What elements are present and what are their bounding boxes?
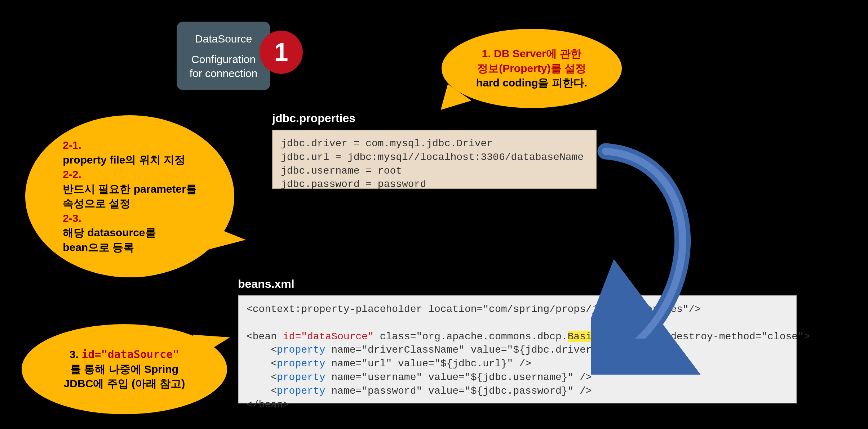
cb-red: id="dataSource" <box>81 348 179 361</box>
callout-db-server: 1. DB Server에 관한 정보(Property)를 설정 hard c… <box>442 29 622 108</box>
cl-h3: 2-3. <box>63 212 81 224</box>
bx-l4a: < <box>247 358 277 369</box>
cl-l3a: 해당 datasource를 <box>63 227 156 238</box>
bx-l2e: " destroy-method="close"> <box>659 331 810 342</box>
step-1-badge: 1 <box>260 31 303 74</box>
bx-l5b: name="username" value="${jdbc.username}"… <box>325 372 592 383</box>
bx-l2d: BasicDataSource <box>568 331 659 342</box>
bx-l4p: property <box>277 358 325 369</box>
callout-left-tail <box>200 223 247 259</box>
datasource-line2: for connection <box>190 66 257 80</box>
bx-l5a: < <box>247 372 277 383</box>
bx-l6p: property <box>277 385 325 397</box>
cl-l2b: 속성으로 설정 <box>63 197 130 209</box>
bx-l3b: name="driverClassName" value="${jdbc.dri… <box>325 344 622 356</box>
bx-l7: </bean> <box>247 399 289 410</box>
cb-prefix: 3. <box>70 348 81 360</box>
jdbc-properties-label: jdbc.properties <box>272 112 355 125</box>
props-l1: jdbc.driver = com.mysql.jdbc.Driver <box>281 138 493 149</box>
bx-l2c: class="org.apache.commons.dbcp. <box>374 331 568 342</box>
beans-xml-code: <context:property-placeholder location="… <box>238 295 797 403</box>
props-l3: jdbc.username = root <box>281 165 402 176</box>
bx-l3a: < <box>247 344 277 356</box>
cb-l3: JDBC에 주입 (아래 참고) <box>64 377 185 389</box>
bx-l4b: name="url" value="${jdbc.url}" /> <box>325 358 531 369</box>
callout-bottom-tail <box>193 329 232 358</box>
bx-l5p: property <box>277 372 325 383</box>
bx-l3p: property <box>277 344 325 356</box>
callout-top-line1: 1. DB Server에 관한 <box>482 48 582 59</box>
jdbc-properties-code: jdbc.driver = com.mysql.jdbc.Driver jdbc… <box>272 130 597 189</box>
cl-l2a: 반드시 필요한 parameter를 <box>63 183 197 195</box>
cl-l3b: bean으로 등록 <box>63 241 134 253</box>
beans-xml-label: beans.xml <box>238 277 294 291</box>
cl-h1: 2-1. <box>63 139 81 151</box>
bx-l6a: < <box>247 385 277 397</box>
datasource-title: DataSource <box>195 32 252 46</box>
cl-l1: property file의 위치 지정 <box>63 154 185 166</box>
callout-top-line3: hard coding을 피한다. <box>476 77 587 89</box>
bx-l1: <context:property-placeholder location="… <box>247 304 701 315</box>
props-l4: jdbc.password = password <box>281 179 426 190</box>
bx-l6b: name="password" value="${jdbc.password}"… <box>325 385 592 397</box>
bx-l2b: id="dataSource" <box>283 331 374 342</box>
bx-l2a: <bean <box>247 331 283 342</box>
cl-h2: 2-2. <box>63 168 81 180</box>
datasource-box: DataSource Configuration for connection <box>177 22 270 90</box>
callout-top-line2: 정보(Property)를 설정 <box>477 62 586 74</box>
datasource-line1: Configuration <box>191 52 256 66</box>
cb-l2: 를 통해 나중에 Spring <box>70 363 178 375</box>
props-l2: jdbc.url = jdbc:mysql//localhost:3306/da… <box>281 152 584 163</box>
callout-steps: 2-1. property file의 위치 지정 2-2. 반드시 필요한 p… <box>25 115 234 277</box>
